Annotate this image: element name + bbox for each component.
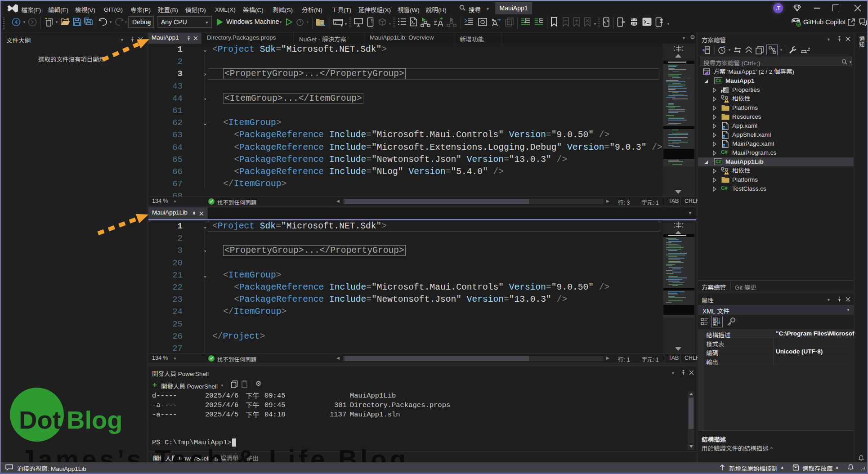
svg-text:A: A: [714, 318, 716, 321]
svg-text:Z: Z: [714, 322, 716, 325]
